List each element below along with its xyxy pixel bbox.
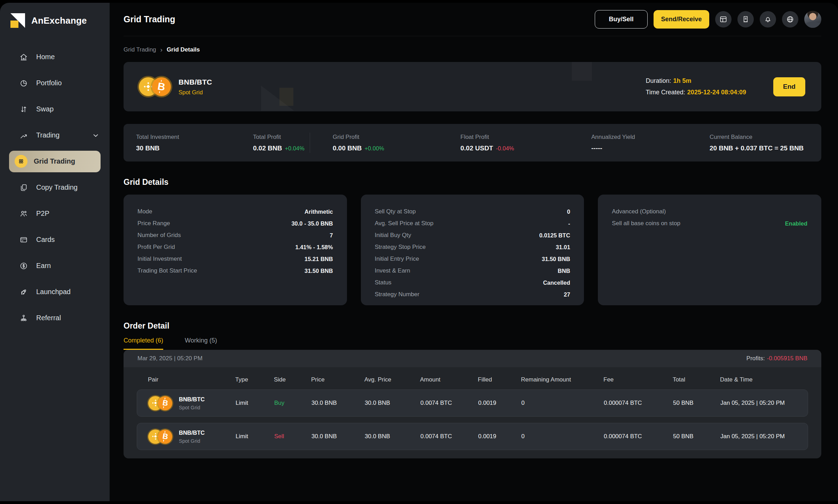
detail-value-enabled: Enabled [785,220,807,227]
stat-current-balance: Current Balance 20 BNB + 0.037 BTC = 25 … [710,134,809,152]
breadcrumb-separator: › [160,46,163,54]
bell-icon-button[interactable] [760,11,776,27]
stats-card: Total Investment 30 BNB Total Profit 0.0… [124,124,821,162]
detail-label: Number of Grids [137,232,181,239]
sidebar-item-p2p[interactable]: P2P [0,200,110,227]
cards-icon [19,236,28,244]
detail-label: Invest & Earn [375,267,410,274]
topbar-actions: Buy/Sell Send/Receive [595,10,821,29]
topbar: Grid Trading Buy/Sell Send/Receive [124,3,821,36]
chevron-down-icon [92,131,100,140]
order-detail-heading: Order Detail [124,321,821,331]
col-fee: Fee [603,376,673,383]
avatar[interactable] [804,11,821,28]
time-created-value: 2025-12-24 08:04:09 [687,89,746,96]
row-remaining: 0 [521,400,604,407]
detail-value: Arithmetic [305,208,333,215]
stat-value: 30 BNB [136,144,253,152]
stat-value: 0.00 BNB [333,144,362,152]
trading-icon [19,131,28,140]
home-icon [19,53,28,61]
detail-label: Initial Buy Qty [375,232,411,239]
sidebar-item-trading[interactable]: Trading [0,122,110,148]
copy-icon [19,183,28,192]
row-fee: 0.000074 BTC [604,433,673,440]
btc-coin-icon: B [152,77,171,96]
row-side: Sell [274,433,311,440]
stat-float-profit: Float Profit 0.02 USDT-0.04% [460,134,591,152]
pair-name: BNB/BTC [179,78,212,86]
row-pair-sub: Spot Grid [179,438,205,444]
stat-annualized-yield: Annualized Yield ----- [591,134,710,152]
sidebar-item-launchpad[interactable]: Launchpad [0,279,110,305]
row-amount: 0.0074 BTC [420,400,478,407]
row-pair: BNB/BTC [179,396,205,403]
app-window: AnExchange Home Portfolio Swap Trading [0,3,838,501]
receipt-icon-button[interactable] [737,11,754,27]
table-row: B BNB/BTC Spot Grid Limit Sell 30.0 BNB … [137,423,808,450]
detail-value: Cancelled [543,279,570,286]
grid-details-card-3: Advanced (Optional) Sell all base coins … [598,195,821,305]
sidebar-item-swap[interactable]: Swap [0,96,110,122]
col-remaining: Remaining Amount [521,376,603,383]
detail-label: Advanced (Optional) [612,208,666,215]
detail-label: Strategy Number [375,291,420,298]
sidebar-item-label: Home [36,53,55,61]
sidebar-item-label: Trading [36,131,60,139]
row-pair-sub: Spot Grid [179,405,205,410]
row-datetime: Jan 05, 2025 | 05:20 PM [720,400,808,407]
detail-label: Strategy Stop Price [375,244,426,251]
order-panel: Mar 29, 2025 | 05:20 PM Profits:-0.00591… [124,350,821,458]
stat-change: -0.04% [496,145,514,151]
send-receive-button[interactable]: Send/Receive [654,10,709,29]
brand-name: AnExchange [31,15,87,26]
stat-value: 0.02 BNB [253,144,282,152]
row-amount: 0.0074 BTC [420,433,478,440]
end-button[interactable]: End [773,77,805,96]
sidebar-item-label: P2P [36,210,49,218]
tab-working[interactable]: Working (5) [185,337,217,350]
grid-details-card-2: Sell Qty at Stop0 Avg. Sell Price at Sto… [361,195,584,305]
breadcrumb-current: Grid Details [167,46,200,53]
dashboard-icon-button[interactable] [715,11,732,27]
row-price: 30.0 BNB [311,400,365,407]
pair-block: BNB/BTC Spot Grid [179,78,212,96]
main-content: Grid Trading Buy/Sell Send/Receive [110,3,838,501]
sidebar-item-cards[interactable]: Cards [0,227,110,253]
sidebar-item-label: Referral [36,314,61,322]
buy-sell-button[interactable]: Buy/Sell [595,10,648,29]
dashboard-icon [719,15,727,23]
sidebar: AnExchange Home Portfolio Swap Trading [0,3,110,501]
stat-label: Annualized Yield [591,134,710,141]
detail-label: Sell Qty at Stop [375,208,416,215]
globe-icon-button[interactable] [782,11,798,27]
stat-label: Current Balance [710,134,809,141]
stat-label: Total Profit [253,134,310,141]
table-row: B BNB/BTC Spot Grid Limit Buy 30.0 BNB 3… [137,389,808,417]
sidebar-item-earn[interactable]: Earn [0,253,110,279]
row-filled: 0.0019 [478,433,521,440]
profits-label: Profits: [746,355,765,362]
detail-value: 1.41% - 1.58% [295,244,333,251]
p2p-icon [19,210,28,218]
sidebar-item-portfolio[interactable]: Portfolio [0,70,110,96]
row-price: 30.0 BNB [311,433,365,440]
breadcrumb: Grid Trading › Grid Details [124,46,821,54]
stat-label: Total Investment [136,134,253,141]
row-pair-cell: B BNB/BTC Spot Grid [148,430,236,444]
sidebar-item-grid-trading[interactable]: Grid Trading [0,148,110,174]
sidebar-item-label: Swap [36,105,54,113]
earn-icon [19,262,28,270]
detail-label: Sell all base coins on stop [612,220,680,227]
sidebar-item-referral[interactable]: Referral [0,305,110,331]
tab-completed[interactable]: Completed (6) [124,337,163,350]
grid-type-label: Spot Grid [179,89,212,96]
sidebar-item-copy-trading[interactable]: Copy Trading [0,174,110,200]
receipt-icon [742,15,750,23]
breadcrumb-parent[interactable]: Grid Trading [124,46,156,53]
order-tabs: Completed (6) Working (5) [124,337,821,350]
sidebar-item-home[interactable]: Home [0,44,110,70]
row-type: Limit [236,433,274,440]
time-created-line: Time Created:2025-12-24 08:04:09 [646,89,746,96]
row-datetime: Jan 05, 2025 | 05:20 PM [720,433,808,440]
